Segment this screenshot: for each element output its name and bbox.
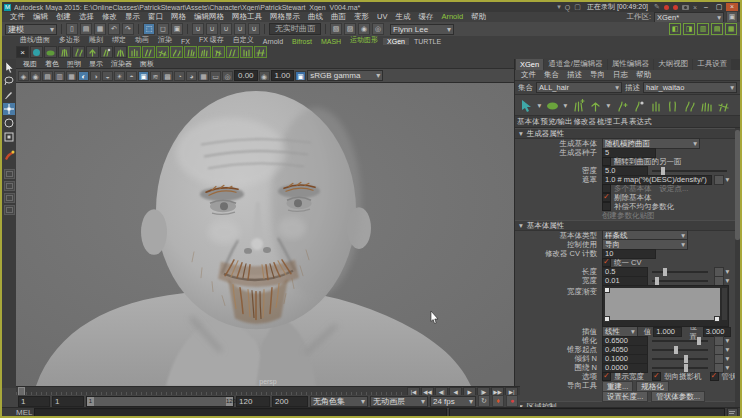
snap-point-icon[interactable]: ∪ — [220, 23, 232, 35]
xgen-guide-icon[interactable] — [72, 46, 85, 58]
layout-four-pane-button[interactable] — [4, 181, 15, 191]
minimize-button[interactable]: – — [700, 3, 712, 11]
compensate-checkbox[interactable] — [602, 202, 611, 211]
select-tool[interactable] — [3, 61, 15, 73]
xgen-place-guide-icon[interactable] — [86, 46, 99, 58]
wireframe-on-shaded-icon[interactable]: ◒ — [102, 71, 113, 81]
menu-item[interactable]: 文件 — [6, 12, 29, 22]
xgen-menu-item[interactable]: 集合 — [540, 70, 563, 80]
shelf-tab[interactable]: 动画 — [131, 35, 153, 45]
toggle-modeling-toolkit-icon[interactable]: ◧ — [669, 23, 681, 35]
workspace-dropdown[interactable]: XGen* — [654, 12, 724, 23]
range-start-handle[interactable]: 1 — [87, 397, 94, 406]
xgen-tab[interactable]: 修改器 — [574, 117, 597, 127]
render-settings-icon[interactable]: ◉ — [358, 23, 370, 35]
around-slider[interactable] — [652, 367, 708, 369]
shelf-tab[interactable]: 曲线/曲面 — [16, 35, 54, 45]
xgen-cut-icon[interactable] — [212, 46, 225, 58]
lock-camera-icon[interactable]: ◉ — [30, 71, 41, 81]
auto-key-icon[interactable]: ● — [506, 395, 518, 407]
shadows-icon[interactable]: ◓ — [126, 71, 137, 81]
character-set-dropdown[interactable]: 无角色集 — [310, 396, 368, 407]
menu-item[interactable]: 网格工具 — [228, 12, 266, 22]
lasso-tool[interactable] — [3, 75, 15, 87]
xgen-menu-item[interactable]: 导向 — [586, 70, 609, 80]
tube-params-button[interactable]: 管状体参数... — [651, 391, 705, 402]
xgen-sculpt-guide-icon[interactable] — [100, 46, 113, 58]
textured-mode-icon[interactable]: ◑ — [90, 71, 101, 81]
shelf-tab[interactable]: 绑定 — [108, 35, 130, 45]
ramp-value-field[interactable]: 1.000 — [653, 327, 681, 337]
taper-start-menu-caret-icon[interactable]: ▾ — [724, 345, 731, 354]
range-end-handle[interactable]: 120 — [226, 397, 233, 406]
paint-select-tool[interactable] — [3, 89, 15, 101]
attributes-scrollbar[interactable] — [735, 128, 740, 407]
toggle-attribute-editor-icon[interactable]: ▥ — [697, 23, 709, 35]
width-ramp-widget[interactable] — [602, 285, 729, 327]
isolate-select-icon[interactable]: ◕ — [186, 71, 197, 81]
playback-start-field[interactable]: 1 — [52, 396, 84, 407]
snap-plane-icon[interactable]: ∪ — [234, 23, 246, 35]
shelf-tab[interactable]: Arnold — [259, 38, 287, 45]
menu-item[interactable]: 编辑 — [29, 12, 52, 22]
shelf-tab[interactable]: Bifrost — [288, 38, 316, 45]
presenter-dropdown[interactable]: Flynn Lee — [390, 24, 454, 35]
xgen-clear-preview-icon[interactable] — [156, 46, 169, 58]
menu-item[interactable]: 选择 — [75, 12, 98, 22]
menu-item[interactable]: 创建 — [52, 12, 75, 22]
screen-space-ao-icon[interactable]: ▣ — [138, 71, 149, 81]
command-language-toggle[interactable]: MEL — [16, 408, 32, 417]
open-scene-icon[interactable]: ▤ — [80, 23, 92, 35]
xgen-move-guides-caret-icon[interactable]: ▾ — [605, 101, 612, 110]
command-input[interactable] — [34, 408, 447, 417]
record-dot-icon[interactable] — [673, 5, 678, 10]
ramp-key-right[interactable] — [714, 316, 720, 322]
xgen-move-guides-icon[interactable] — [588, 98, 603, 113]
panel-menu-item[interactable]: 渲染器 — [107, 59, 136, 69]
range-slider[interactable]: 1 120 — [86, 396, 234, 407]
current-xgen-brush-tool[interactable] — [3, 149, 15, 161]
ramp-side-scrollbar[interactable] — [722, 288, 727, 320]
menu-item[interactable]: 修改 — [98, 12, 121, 22]
xgen-guide-pair-icon[interactable] — [665, 98, 680, 113]
description-dropdown[interactable]: hair_waitao — [643, 82, 737, 93]
xgen-pointer-caret-icon[interactable]: ▾ — [536, 101, 543, 110]
face-camera-checkbox[interactable] — [652, 372, 661, 381]
close-button[interactable]: × — [726, 3, 738, 11]
multisampling-icon[interactable]: ▩ — [162, 71, 173, 81]
shelf-tab[interactable]: 渲染 — [154, 35, 176, 45]
layout-persp-outliner-button[interactable] — [4, 193, 15, 203]
paint-effects-icon[interactable]: ◎ — [372, 23, 384, 35]
sidebar-tab[interactable]: 大纲视图 — [654, 58, 692, 70]
record-dot-icon[interactable] — [664, 5, 669, 10]
menu-set-dropdown[interactable]: 建模 — [5, 24, 57, 35]
xgen-comb-tool-icon[interactable] — [699, 98, 714, 113]
move-tool[interactable] — [3, 103, 15, 115]
playback-end-field[interactable]: 120 — [236, 396, 270, 407]
xgen-menu-item[interactable]: 描述 — [563, 70, 586, 80]
color-management-icon[interactable]: ▣ — [295, 71, 306, 81]
sidebar-tab[interactable]: 工具设置 — [693, 58, 731, 70]
menu-item[interactable]: 曲线 — [304, 12, 327, 22]
shelf-tab[interactable]: MASH — [317, 38, 345, 45]
panel-menu-item[interactable]: 照明 — [63, 59, 85, 69]
xgen-collection-icon[interactable] — [545, 98, 560, 113]
annotate-pen-icon[interactable]: ✎ — [654, 3, 660, 11]
menu-item[interactable]: Arnold — [437, 12, 467, 22]
shelf-tab[interactable]: FX 缓存 — [195, 35, 228, 45]
viewport-canvas[interactable]: persp — [16, 83, 520, 386]
mask-menu-caret-icon[interactable]: ▾ — [724, 175, 731, 184]
new-scene-icon[interactable]: ▯ — [66, 23, 78, 35]
menu-item[interactable]: 曲面 — [327, 12, 350, 22]
xgen-create-description-icon[interactable] — [30, 46, 43, 58]
length-slider[interactable] — [652, 271, 708, 273]
anim-end-field[interactable]: 200 — [272, 396, 308, 407]
toggle-hypershade-icon[interactable]: ◨ — [683, 23, 695, 35]
length-menu-caret-icon[interactable]: ▾ — [724, 267, 731, 276]
menu-item[interactable]: 编辑网格 — [190, 12, 228, 22]
taper-menu-caret-icon[interactable]: ▾ — [724, 336, 731, 345]
xgen-guides-to-curves-icon[interactable] — [170, 46, 183, 58]
recorder-caret-icon[interactable]: ▾ — [557, 3, 561, 11]
create-parameterization-map-link[interactable]: 创建参数化贴图 — [602, 211, 655, 221]
script-editor-icon[interactable] — [727, 408, 738, 418]
